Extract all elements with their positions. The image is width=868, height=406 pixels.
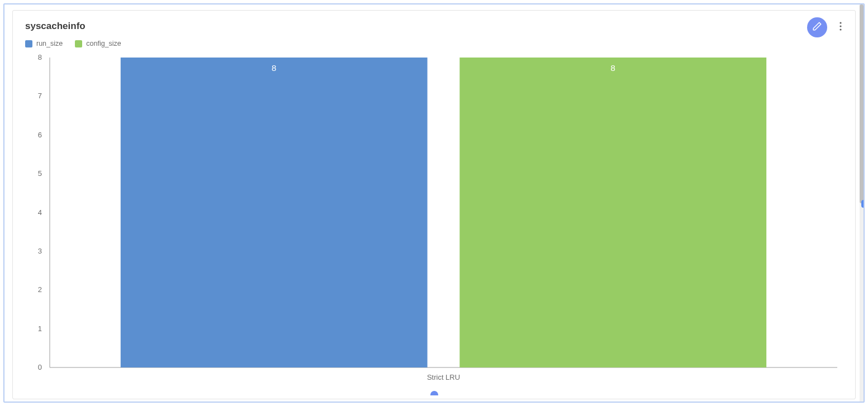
legend-label: config_size <box>86 40 121 47</box>
header-actions <box>807 17 846 37</box>
svg-point-0 <box>839 22 841 23</box>
legend-item-config-size[interactable]: config_size <box>75 40 121 47</box>
chart-card: syscacheinfo <box>12 10 856 399</box>
scrollbar-thumb[interactable] <box>860 4 864 203</box>
svg-text:6: 6 <box>38 131 42 139</box>
more-button[interactable] <box>835 19 846 36</box>
range-slider[interactable] <box>25 389 843 393</box>
svg-text:7: 7 <box>38 92 42 100</box>
bar-chart-svg: 01234567888Strict LRU <box>25 54 843 386</box>
svg-text:4: 4 <box>38 208 42 217</box>
svg-text:2: 2 <box>38 285 42 294</box>
swatch-run-size <box>25 40 32 47</box>
chart-title: syscacheinfo <box>25 21 843 32</box>
svg-text:8: 8 <box>272 63 276 73</box>
scrollbar-vertical[interactable] <box>860 4 864 402</box>
svg-text:3: 3 <box>38 247 42 255</box>
svg-point-1 <box>839 25 841 27</box>
bar-run_size[interactable] <box>121 58 428 367</box>
slider-handle-icon[interactable] <box>430 391 438 395</box>
svg-text:Strict LRU: Strict LRU <box>427 373 460 381</box>
panel-border: syscacheinfo <box>3 3 865 403</box>
svg-point-2 <box>839 28 841 30</box>
more-vertical-icon <box>839 22 842 34</box>
pencil-icon <box>812 21 822 34</box>
svg-text:0: 0 <box>38 363 42 371</box>
scrollbar-knob[interactable] <box>861 200 865 208</box>
svg-text:1: 1 <box>38 324 42 333</box>
legend: run_size config_size <box>25 40 843 47</box>
svg-text:8: 8 <box>38 54 42 61</box>
bar-config_size[interactable] <box>459 58 766 367</box>
chart-plot: 01234567888Strict LRU <box>25 54 843 386</box>
svg-text:8: 8 <box>611 63 615 73</box>
swatch-config-size <box>75 40 82 47</box>
legend-item-run-size[interactable]: run_size <box>25 40 63 47</box>
edit-button[interactable] <box>807 17 827 37</box>
card-header: syscacheinfo <box>25 21 843 32</box>
svg-text:5: 5 <box>38 169 42 178</box>
legend-label: run_size <box>36 40 63 47</box>
